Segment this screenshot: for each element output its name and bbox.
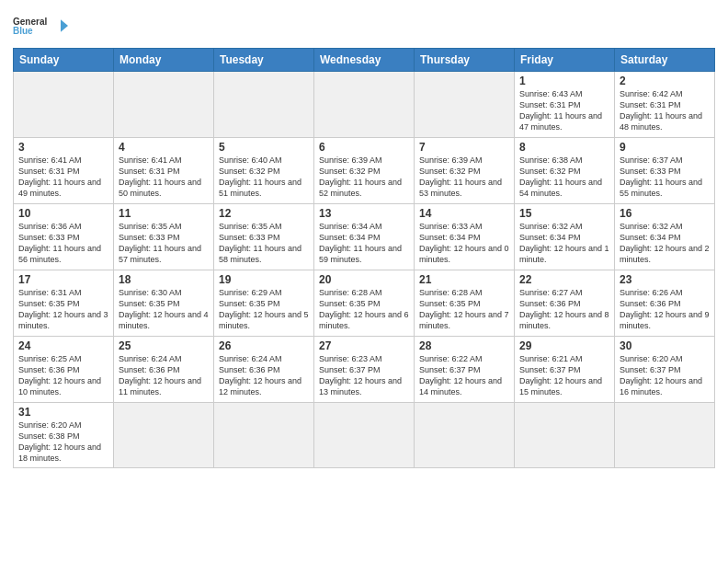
- calendar-cell: [415, 403, 515, 468]
- day-number: 28: [419, 339, 509, 352]
- day-info: Sunrise: 6:22 AM Sunset: 6:37 PM Dayligh…: [419, 353, 509, 398]
- logo-svg: General Blue: [13, 9, 68, 42]
- calendar-cell: 24Sunrise: 6:25 AM Sunset: 6:36 PM Dayli…: [14, 337, 114, 403]
- page: General Blue SundayMondayTuesdayWednesda…: [0, 0, 728, 563]
- day-info: Sunrise: 6:42 AM Sunset: 6:31 PM Dayligh…: [620, 88, 710, 133]
- calendar-cell: [214, 72, 314, 138]
- day-number: 22: [519, 273, 609, 286]
- day-info: Sunrise: 6:37 AM Sunset: 6:33 PM Dayligh…: [620, 155, 710, 200]
- svg-marker-2: [61, 19, 68, 31]
- header: General Blue: [13, 9, 715, 42]
- calendar-cell: 12Sunrise: 6:35 AM Sunset: 6:33 PM Dayli…: [214, 204, 314, 270]
- calendar-cell: [314, 72, 415, 138]
- day-number: 15: [519, 207, 609, 220]
- day-info: Sunrise: 6:27 AM Sunset: 6:36 PM Dayligh…: [519, 287, 609, 332]
- day-info: Sunrise: 6:34 AM Sunset: 6:34 PM Dayligh…: [319, 221, 409, 266]
- calendar-cell: 10Sunrise: 6:36 AM Sunset: 6:33 PM Dayli…: [14, 204, 114, 270]
- day-number: 8: [519, 141, 609, 154]
- day-info: Sunrise: 6:24 AM Sunset: 6:36 PM Dayligh…: [119, 353, 209, 398]
- day-info: Sunrise: 6:20 AM Sunset: 6:37 PM Dayligh…: [620, 353, 710, 398]
- calendar-cell: 13Sunrise: 6:34 AM Sunset: 6:34 PM Dayli…: [314, 204, 415, 270]
- day-number: 20: [319, 273, 409, 286]
- day-info: Sunrise: 6:24 AM Sunset: 6:36 PM Dayligh…: [219, 353, 309, 398]
- day-info: Sunrise: 6:39 AM Sunset: 6:32 PM Dayligh…: [319, 155, 409, 200]
- weekday-header-sunday: Sunday: [14, 49, 114, 72]
- calendar-cell: 2Sunrise: 6:42 AM Sunset: 6:31 PM Daylig…: [615, 72, 715, 138]
- day-info: Sunrise: 6:28 AM Sunset: 6:35 PM Dayligh…: [319, 287, 409, 332]
- week-row-5: 31Sunrise: 6:20 AM Sunset: 6:38 PM Dayli…: [14, 403, 715, 468]
- calendar-cell: 23Sunrise: 6:26 AM Sunset: 6:36 PM Dayli…: [615, 270, 715, 337]
- day-number: 10: [18, 207, 108, 220]
- week-row-2: 10Sunrise: 6:36 AM Sunset: 6:33 PM Dayli…: [14, 204, 715, 270]
- day-number: 31: [18, 406, 108, 419]
- calendar-table: SundayMondayTuesdayWednesdayThursdayFrid…: [13, 48, 715, 468]
- day-number: 29: [519, 339, 609, 352]
- calendar-cell: [114, 403, 214, 468]
- day-number: 14: [419, 207, 509, 220]
- week-row-0: 1Sunrise: 6:43 AM Sunset: 6:31 PM Daylig…: [14, 72, 715, 138]
- day-number: 1: [519, 75, 609, 87]
- day-info: Sunrise: 6:28 AM Sunset: 6:35 PM Dayligh…: [419, 287, 509, 332]
- day-info: Sunrise: 6:30 AM Sunset: 6:35 PM Dayligh…: [119, 287, 209, 332]
- day-info: Sunrise: 6:40 AM Sunset: 6:32 PM Dayligh…: [219, 155, 309, 200]
- calendar-cell: 15Sunrise: 6:32 AM Sunset: 6:34 PM Dayli…: [515, 204, 615, 270]
- day-info: Sunrise: 6:38 AM Sunset: 6:32 PM Dayligh…: [519, 155, 609, 200]
- day-number: 23: [620, 273, 710, 286]
- calendar-cell: 30Sunrise: 6:20 AM Sunset: 6:37 PM Dayli…: [615, 337, 715, 403]
- day-number: 19: [219, 273, 309, 286]
- calendar-cell: 20Sunrise: 6:28 AM Sunset: 6:35 PM Dayli…: [314, 270, 415, 337]
- svg-text:General: General: [13, 17, 47, 27]
- day-number: 27: [319, 339, 409, 352]
- calendar-cell: [14, 72, 114, 138]
- calendar-cell: 1Sunrise: 6:43 AM Sunset: 6:31 PM Daylig…: [515, 72, 615, 138]
- day-info: Sunrise: 6:20 AM Sunset: 6:38 PM Dayligh…: [18, 419, 108, 465]
- day-number: 21: [419, 273, 509, 286]
- day-info: Sunrise: 6:41 AM Sunset: 6:31 PM Dayligh…: [18, 155, 108, 200]
- calendar-cell: 5Sunrise: 6:40 AM Sunset: 6:32 PM Daylig…: [214, 138, 314, 204]
- calendar-cell: 14Sunrise: 6:33 AM Sunset: 6:34 PM Dayli…: [415, 204, 515, 270]
- day-info: Sunrise: 6:43 AM Sunset: 6:31 PM Dayligh…: [519, 88, 609, 133]
- weekday-header-monday: Monday: [114, 49, 214, 72]
- day-info: Sunrise: 6:39 AM Sunset: 6:32 PM Dayligh…: [419, 155, 509, 200]
- day-info: Sunrise: 6:26 AM Sunset: 6:36 PM Dayligh…: [620, 287, 710, 332]
- day-info: Sunrise: 6:35 AM Sunset: 6:33 PM Dayligh…: [119, 221, 209, 266]
- day-info: Sunrise: 6:31 AM Sunset: 6:35 PM Dayligh…: [18, 287, 108, 332]
- day-info: Sunrise: 6:29 AM Sunset: 6:35 PM Dayligh…: [219, 287, 309, 332]
- calendar-cell: 7Sunrise: 6:39 AM Sunset: 6:32 PM Daylig…: [415, 138, 515, 204]
- weekday-header-thursday: Thursday: [415, 49, 515, 72]
- day-info: Sunrise: 6:36 AM Sunset: 6:33 PM Dayligh…: [18, 221, 108, 266]
- calendar-cell: [314, 403, 415, 468]
- calendar-cell: [214, 403, 314, 468]
- weekday-header-friday: Friday: [515, 49, 615, 72]
- day-number: 18: [119, 273, 209, 286]
- calendar-cell: 31Sunrise: 6:20 AM Sunset: 6:38 PM Dayli…: [14, 403, 114, 468]
- calendar-cell: 21Sunrise: 6:28 AM Sunset: 6:35 PM Dayli…: [415, 270, 515, 337]
- day-number: 3: [18, 141, 108, 154]
- calendar-cell: 6Sunrise: 6:39 AM Sunset: 6:32 PM Daylig…: [314, 138, 415, 204]
- calendar-cell: 18Sunrise: 6:30 AM Sunset: 6:35 PM Dayli…: [114, 270, 214, 337]
- svg-text:Blue: Blue: [13, 26, 33, 36]
- day-number: 6: [319, 141, 409, 154]
- weekday-header-row: SundayMondayTuesdayWednesdayThursdayFrid…: [14, 49, 715, 72]
- calendar-cell: 17Sunrise: 6:31 AM Sunset: 6:35 PM Dayli…: [14, 270, 114, 337]
- day-number: 24: [18, 339, 108, 352]
- day-info: Sunrise: 6:25 AM Sunset: 6:36 PM Dayligh…: [18, 353, 108, 398]
- week-row-1: 3Sunrise: 6:41 AM Sunset: 6:31 PM Daylig…: [14, 138, 715, 204]
- day-info: Sunrise: 6:41 AM Sunset: 6:31 PM Dayligh…: [119, 155, 209, 200]
- day-info: Sunrise: 6:35 AM Sunset: 6:33 PM Dayligh…: [219, 221, 309, 266]
- day-number: 9: [620, 141, 710, 154]
- logo: General Blue: [13, 9, 68, 42]
- week-row-4: 24Sunrise: 6:25 AM Sunset: 6:36 PM Dayli…: [14, 337, 715, 403]
- day-info: Sunrise: 6:32 AM Sunset: 6:34 PM Dayligh…: [519, 221, 609, 266]
- calendar-cell: 29Sunrise: 6:21 AM Sunset: 6:37 PM Dayli…: [515, 337, 615, 403]
- calendar-cell: 16Sunrise: 6:32 AM Sunset: 6:34 PM Dayli…: [615, 204, 715, 270]
- calendar-cell: 19Sunrise: 6:29 AM Sunset: 6:35 PM Dayli…: [214, 270, 314, 337]
- day-number: 7: [419, 141, 509, 154]
- calendar-cell: 28Sunrise: 6:22 AM Sunset: 6:37 PM Dayli…: [415, 337, 515, 403]
- day-number: 5: [219, 141, 309, 154]
- weekday-header-wednesday: Wednesday: [314, 49, 415, 72]
- weekday-header-tuesday: Tuesday: [214, 49, 314, 72]
- weekday-header-saturday: Saturday: [615, 49, 715, 72]
- week-row-3: 17Sunrise: 6:31 AM Sunset: 6:35 PM Dayli…: [14, 270, 715, 337]
- calendar-cell: 4Sunrise: 6:41 AM Sunset: 6:31 PM Daylig…: [114, 138, 214, 204]
